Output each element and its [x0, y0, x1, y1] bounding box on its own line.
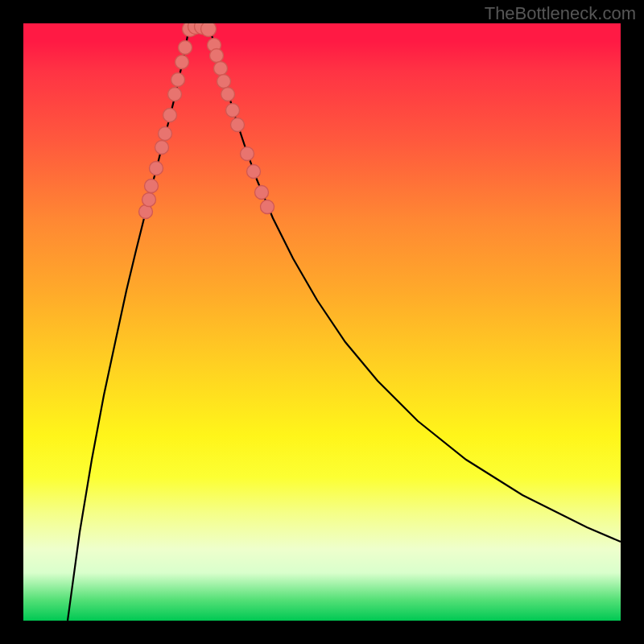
data-marker: [210, 49, 224, 63]
data-marker: [175, 56, 189, 69]
data-marker: [142, 193, 156, 207]
data-marker: [255, 186, 269, 200]
data-marker: [139, 205, 153, 219]
data-marker: [247, 165, 261, 179]
data-marker: [231, 118, 245, 132]
data-marker: [171, 73, 185, 87]
data-marker: [241, 147, 254, 161]
curve-overlay: [23, 23, 621, 621]
right-branch-path: [208, 23, 621, 542]
data-marker: [214, 62, 228, 76]
data-marker: [261, 200, 275, 214]
data-marker: [221, 88, 235, 101]
marker-group: [139, 23, 275, 219]
data-marker: [145, 180, 159, 193]
plot-area: [23, 23, 621, 621]
data-marker: [226, 104, 240, 118]
data-marker: [168, 88, 182, 101]
data-marker: [150, 162, 163, 175]
data-marker: [217, 75, 231, 89]
watermark-text: TheBottleneck.com: [485, 3, 636, 24]
data-marker: [155, 141, 169, 155]
data-marker: [201, 23, 217, 37]
data-marker: [159, 127, 172, 141]
data-marker: [179, 41, 192, 55]
data-marker: [163, 109, 177, 122]
chart-container: TheBottleneck.com: [0, 0, 644, 644]
